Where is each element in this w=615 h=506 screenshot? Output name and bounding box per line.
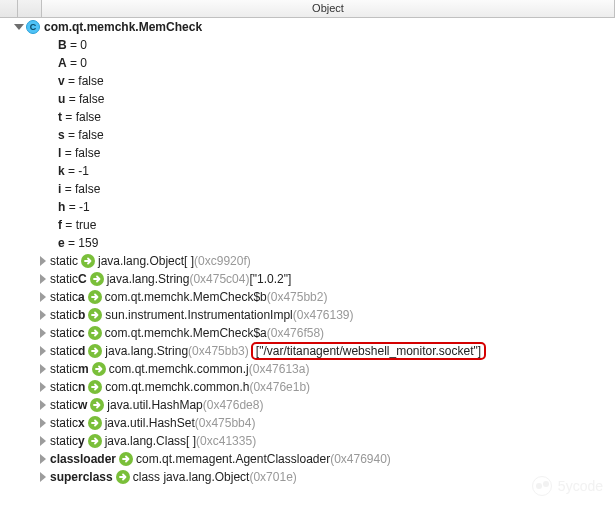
reference-icon (81, 254, 95, 268)
static-name: a (78, 288, 85, 306)
static-name: C (78, 270, 87, 288)
tree-row-static[interactable]: static Cjava.lang.String (0x475c04) ["1.… (0, 270, 615, 288)
tree-row-field[interactable]: v = false (0, 72, 615, 90)
root-class-name: com.qt.memchk.MemCheck (44, 18, 202, 36)
expand-arrow-icon[interactable] (38, 418, 48, 428)
static-addr: (0x476e1b) (249, 378, 310, 396)
static-addr: (0xc41335) (196, 432, 256, 450)
expand-arrow-icon[interactable] (38, 256, 48, 266)
static-addr: (0x701e) (249, 468, 296, 486)
tree-row-static[interactable]: classloadercom.qt.memagent.AgentClassloa… (0, 450, 615, 468)
tree-row-static[interactable]: superclassclass java.lang.Object (0x701e… (0, 468, 615, 486)
tree-row-field[interactable]: u = false (0, 90, 615, 108)
field-value: = 159 (65, 234, 99, 252)
expand-arrow-icon[interactable] (38, 310, 48, 320)
reference-icon (88, 434, 102, 448)
static-addr: (0x476139) (293, 306, 354, 324)
reference-icon (88, 290, 102, 304)
static-name: c (78, 324, 85, 342)
tree-row-field[interactable]: i = false (0, 180, 615, 198)
static-prefix: static (50, 378, 78, 396)
tree-row-static[interactable]: static ncom.qt.memchk.common.h (0x476e1b… (0, 378, 615, 396)
static-name: d (78, 342, 85, 360)
tree-row-root[interactable]: Ccom.qt.memchk.MemCheck (0, 18, 615, 36)
static-prefix: static (50, 288, 78, 306)
expand-arrow-icon[interactable] (38, 346, 48, 356)
field-name: s (58, 126, 65, 144)
tree-row-static[interactable]: static yjava.lang.Class[ ] (0xc41335) (0, 432, 615, 450)
static-type: sun.instrument.InstrumentationImpl (105, 306, 292, 324)
object-tree[interactable]: Ccom.qt.memchk.MemCheckB = 0A = 0v = fal… (0, 18, 615, 486)
field-value: = -1 (65, 198, 89, 216)
static-type: com.qt.memchk.common.j (109, 360, 249, 378)
reference-icon (116, 470, 130, 484)
field-name: B (58, 36, 67, 54)
static-type: java.lang.Class[ ] (105, 432, 196, 450)
expand-arrow-icon[interactable] (38, 400, 48, 410)
static-addr: (0x476f58) (267, 324, 324, 342)
tree-row-field[interactable]: h = -1 (0, 198, 615, 216)
tree-row-static[interactable]: static wjava.util.HashMap (0x476de8) (0, 396, 615, 414)
tree-row-field[interactable]: A = 0 (0, 54, 615, 72)
column-header-object[interactable]: Object (42, 0, 615, 17)
field-value: = false (61, 144, 100, 162)
reference-icon (90, 398, 104, 412)
tree-row-static[interactable]: static bsun.instrument.InstrumentationIm… (0, 306, 615, 324)
tree-row-static[interactable]: static xjava.util.HashSet (0x475bb4) (0, 414, 615, 432)
static-addr: (0xc9920f) (194, 252, 251, 270)
tree-row-field[interactable]: k = -1 (0, 162, 615, 180)
tree-row-field[interactable]: f = true (0, 216, 615, 234)
field-value: = false (61, 180, 100, 198)
static-prefix: static (50, 360, 78, 378)
static-type: java.lang.String (107, 270, 190, 288)
expand-arrow-icon[interactable] (38, 328, 48, 338)
static-prefix: static (50, 396, 78, 414)
field-value: = false (62, 108, 101, 126)
reference-icon (88, 380, 102, 394)
reference-icon (90, 272, 104, 286)
tree-row-field[interactable]: l = false (0, 144, 615, 162)
static-prefix: static (50, 270, 78, 288)
reference-icon (88, 416, 102, 430)
tree-row-static[interactable]: static ccom.qt.memchk.MemCheck$a (0x476f… (0, 324, 615, 342)
expand-arrow-icon[interactable] (38, 364, 48, 374)
static-type: com.qt.memagent.AgentClassloader (136, 450, 330, 468)
expand-arrow-icon[interactable] (38, 274, 48, 284)
field-value: = true (62, 216, 96, 234)
tree-row-field[interactable]: t = false (0, 108, 615, 126)
header-gutter-2 (18, 0, 42, 17)
static-prefix: static (50, 324, 78, 342)
tree-row-field[interactable]: e = 159 (0, 234, 615, 252)
tree-row-field[interactable]: s = false (0, 126, 615, 144)
field-name: h (58, 198, 65, 216)
static-type: java.lang.String (105, 342, 188, 360)
expand-arrow-icon[interactable] (38, 436, 48, 446)
watermark-text: 5ycode (558, 478, 603, 494)
static-name: x (78, 414, 85, 432)
tree-row-field[interactable]: B = 0 (0, 36, 615, 54)
expand-arrow-icon[interactable] (38, 472, 48, 482)
field-value: = false (65, 126, 104, 144)
field-value: = 0 (67, 54, 87, 72)
static-name: w (78, 396, 87, 414)
tree-row-static[interactable]: static java.lang.Object[ ] (0xc9920f) (0, 252, 615, 270)
expand-arrow-icon[interactable] (14, 22, 24, 32)
expand-arrow-icon[interactable] (38, 292, 48, 302)
field-value: = -1 (65, 162, 89, 180)
static-addr: (0x476de8) (203, 396, 264, 414)
static-name: classloader (50, 450, 116, 468)
reference-icon (88, 308, 102, 322)
expand-arrow-icon[interactable] (38, 454, 48, 464)
field-name: v (58, 72, 65, 90)
tree-row-static[interactable]: static acom.qt.memchk.MemCheck$b (0x475b… (0, 288, 615, 306)
static-type: class java.lang.Object (133, 468, 250, 486)
static-type: java.util.HashSet (105, 414, 195, 432)
tree-row-static[interactable]: static mcom.qt.memchk.common.j (0x47613a… (0, 360, 615, 378)
expand-arrow-icon[interactable] (38, 382, 48, 392)
static-prefix: static (50, 342, 78, 360)
reference-icon (88, 326, 102, 340)
field-value: = false (65, 72, 104, 90)
tree-row-static[interactable]: static djava.lang.String (0x475bb3) ["/v… (0, 342, 615, 360)
static-addr: (0x475c04) (189, 270, 249, 288)
static-name: b (78, 306, 85, 324)
